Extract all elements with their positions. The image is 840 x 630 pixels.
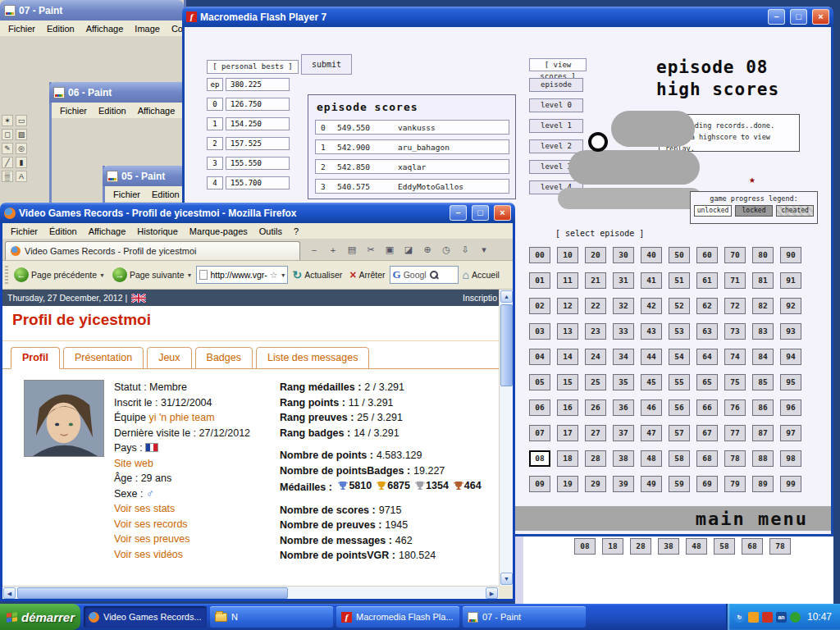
background-episode-cell[interactable]: 58 xyxy=(714,538,735,555)
voir-link[interactable]: Voir ses vidéos xyxy=(114,549,183,560)
episode-cell[interactable]: 26 xyxy=(585,399,606,416)
episode-cell[interactable]: 13 xyxy=(557,323,578,340)
episode-cell[interactable]: 23 xyxy=(585,323,606,340)
minimize-button[interactable]: – xyxy=(450,205,467,221)
background-episode-cell[interactable]: 28 xyxy=(630,538,651,555)
maximize-button[interactable]: □ xyxy=(472,205,489,221)
episode-cell[interactable]: 62 xyxy=(696,298,718,314)
episode-cell[interactable]: 84 xyxy=(752,349,774,365)
menu-item[interactable]: ? xyxy=(288,225,304,238)
episode-cell[interactable]: 91 xyxy=(780,272,801,289)
toolbar-icon[interactable]: − xyxy=(308,245,320,255)
episode-cell[interactable]: 73 xyxy=(724,323,746,340)
episode-cell[interactable]: 04 xyxy=(529,349,550,365)
menu-item[interactable]: Edition xyxy=(41,22,80,35)
tray-network-icon[interactable]: an xyxy=(776,612,787,623)
menu-item[interactable]: Edition xyxy=(146,188,185,201)
episode-cell[interactable]: 49 xyxy=(641,476,662,492)
main-menu-button[interactable]: main menu xyxy=(696,509,808,529)
episode-cell[interactable]: 61 xyxy=(696,272,718,289)
episode-cell[interactable]: 88 xyxy=(752,450,774,467)
episode-cell[interactable]: 19 xyxy=(557,476,578,492)
episode-cell[interactable]: 58 xyxy=(669,450,690,467)
menu-item[interactable]: Historique xyxy=(131,225,184,238)
taskbar-item-firefox[interactable]: Video Games Records... xyxy=(84,606,207,628)
episode-cell[interactable]: 39 xyxy=(613,476,634,492)
paint-tool[interactable]: A xyxy=(16,171,27,182)
episode-cell[interactable]: 44 xyxy=(641,349,662,365)
stop-button[interactable]: × Arrêter xyxy=(346,265,388,285)
episode-cell[interactable]: 55 xyxy=(669,374,690,390)
search-input[interactable]: G Googl xyxy=(390,266,459,284)
episode-cell[interactable]: 96 xyxy=(780,399,801,416)
episode-cell[interactable]: 65 xyxy=(696,374,718,390)
maximize-button[interactable]: □ xyxy=(790,9,807,25)
tray-sync-icon[interactable]: ↻ xyxy=(734,612,745,623)
highscore-row[interactable]: 1 542.900 aru_bahagon xyxy=(315,139,509,154)
episode-cell[interactable]: 95 xyxy=(780,374,801,390)
paint-07-titlebar[interactable]: 07 - Paint xyxy=(0,0,184,21)
episode-cell[interactable]: 75 xyxy=(724,374,746,390)
episode-cell[interactable]: 14 xyxy=(557,349,578,365)
episode-cell[interactable]: 78 xyxy=(724,450,746,467)
tray-antivirus-icon[interactable] xyxy=(762,612,773,623)
episode-cell[interactable]: 82 xyxy=(752,298,774,314)
voir-link[interactable]: Voir ses preuves xyxy=(114,533,189,545)
episode-cell[interactable]: 70 xyxy=(724,247,746,263)
view-scores-button[interactable]: level 2 xyxy=(529,139,583,153)
episode-cell[interactable]: 94 xyxy=(780,349,801,365)
scroll-up-button[interactable]: ▲ xyxy=(500,290,513,303)
episode-cell[interactable]: 66 xyxy=(696,399,718,416)
background-episode-cell[interactable]: 08 xyxy=(574,538,596,555)
episode-cell[interactable]: 69 xyxy=(696,476,718,492)
episode-cell[interactable]: 64 xyxy=(696,349,718,365)
view-scores-button[interactable]: level 1 xyxy=(529,119,583,133)
menu-item[interactable]: Image xyxy=(129,22,166,35)
episode-cell[interactable]: 79 xyxy=(724,476,746,492)
episode-cell[interactable]: 87 xyxy=(752,425,774,441)
profile-tab[interactable]: Présentation xyxy=(63,347,144,369)
episode-cell[interactable]: 30 xyxy=(613,247,634,263)
episode-cell[interactable]: 12 xyxy=(557,298,578,314)
toolbar-icon[interactable]: ◷ xyxy=(441,244,452,255)
episode-cell[interactable]: 11 xyxy=(557,272,578,289)
home-button[interactable]: ⌂ Accueil xyxy=(459,265,503,285)
profile-tab[interactable]: Liste des messages xyxy=(256,347,369,369)
url-dropdown-icon[interactable]: ▼ xyxy=(281,272,286,278)
episode-cell[interactable]: 54 xyxy=(669,349,690,365)
episode-cell[interactable]: 35 xyxy=(613,374,634,390)
episode-cell[interactable]: 47 xyxy=(641,425,662,441)
paint-06-titlebar[interactable]: 06 - Paint xyxy=(49,82,186,103)
episode-cell[interactable]: 01 xyxy=(529,272,550,289)
paint-05-titlebar[interactable]: 05 - Paint xyxy=(103,166,186,186)
minimize-button[interactable]: – xyxy=(768,9,785,25)
paint-tool[interactable]: ✎ xyxy=(2,143,13,154)
close-button[interactable]: × xyxy=(812,9,829,25)
horizontal-scrollbar[interactable]: ◀ ▶ xyxy=(2,586,499,599)
episode-cell[interactable]: 93 xyxy=(780,323,801,340)
background-episode-cell[interactable]: 48 xyxy=(686,538,707,555)
address-bar[interactable]: http://www.vgr- ☆ ▼ xyxy=(196,266,288,284)
horizontal-scroll-thumb[interactable] xyxy=(17,587,288,599)
taskbar-item-folder[interactable]: N xyxy=(210,606,333,628)
episode-cell[interactable]: 60 xyxy=(696,247,718,263)
scroll-down-button[interactable]: ▼ xyxy=(500,573,513,585)
menu-item[interactable]: Fichier xyxy=(107,188,146,201)
paint-tool[interactable]: ◻ xyxy=(2,129,13,140)
episode-cell[interactable]: 22 xyxy=(585,298,606,314)
episode-cell[interactable]: 98 xyxy=(780,450,801,467)
episode-cell[interactable]: 89 xyxy=(752,476,774,492)
episode-cell[interactable]: 28 xyxy=(585,450,606,467)
back-dropdown-icon[interactable]: ▼ xyxy=(99,272,105,278)
episode-cell[interactable]: 38 xyxy=(613,450,634,467)
scroll-right-button[interactable]: ▶ xyxy=(486,587,498,599)
taskbar-item-paint[interactable]: 07 - Paint xyxy=(463,606,586,628)
forward-dropdown-icon[interactable]: ▼ xyxy=(186,272,192,278)
episode-cell[interactable]: 59 xyxy=(669,476,690,492)
search-magnifier-icon[interactable] xyxy=(429,270,439,280)
flash-titlebar[interactable]: f Macromedia Flash Player 7 – □ × xyxy=(182,7,833,27)
episode-cell[interactable]: 71 xyxy=(724,272,746,289)
forward-button[interactable]: → Page suivante ▼ xyxy=(109,264,196,285)
paint-tool[interactable]: ▭ xyxy=(16,115,27,126)
episode-cell[interactable]: 85 xyxy=(752,374,774,390)
